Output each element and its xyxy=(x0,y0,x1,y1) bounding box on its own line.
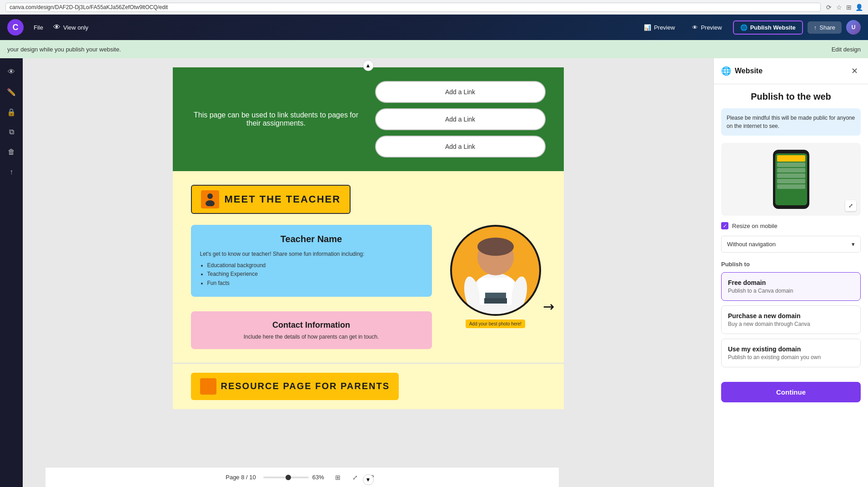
share-icon: ↑ xyxy=(814,24,817,31)
sidebar-icon-layers[interactable]: ⧉ xyxy=(3,124,20,140)
navigation-dropdown-row: Without navigation ▾ xyxy=(721,236,861,253)
sidebar-icon-eye[interactable]: 👁 xyxy=(3,64,20,80)
info-banner-text: your design while you publish your websi… xyxy=(7,46,121,53)
share-browser-icon[interactable]: ⟳ xyxy=(825,4,833,11)
panel-header: 🌐 Website ✕ xyxy=(714,58,868,84)
scroll-down-button[interactable]: ▼ xyxy=(363,474,374,485)
zoom-level: 63% xyxy=(312,474,324,481)
navigation-dropdown[interactable]: Without navigation ▾ xyxy=(721,236,861,253)
browser-url[interactable]: canva.com/design/DAF2D-Dj3Lo/FA55aKJa56Z… xyxy=(5,3,821,12)
meet-teacher-header: MEET THE TEACHER xyxy=(191,185,546,214)
phone-screen-item-2 xyxy=(777,162,805,167)
link-buttons: Add a Link Add a Link Add a Link xyxy=(375,81,546,157)
sidebar-icon-share[interactable]: ↑ xyxy=(3,164,20,180)
svg-rect-8 xyxy=(484,298,507,304)
purchase-domain-title: Purchase a new domain xyxy=(728,312,854,320)
phone-screen-item-3 xyxy=(777,168,805,172)
photo-label: Add your best photo here! xyxy=(466,320,525,328)
bullet-3: Fun facts xyxy=(207,279,423,288)
resource-title: RESOURCE PAGE FOR PARENTS xyxy=(221,381,390,391)
resize-label: Resize on mobile xyxy=(732,223,778,229)
link-button-2[interactable]: Add a Link xyxy=(375,108,546,130)
phone-preview xyxy=(773,150,809,209)
phone-screen-item-1 xyxy=(777,155,805,162)
resource-icon xyxy=(200,378,216,395)
purchase-domain-desc: Buy a new domain through Canva xyxy=(728,321,854,327)
user-avatar[interactable]: U xyxy=(846,20,861,35)
teacher-photo-container: Add your best photo here! ↗ xyxy=(446,225,546,328)
zoom-control: 63% xyxy=(263,474,324,481)
publish-to-label: Publish to xyxy=(721,261,861,268)
page-indicator: Page 8 / 10 xyxy=(226,474,256,481)
browser-bar: canva.com/design/DAF2D-Dj3Lo/FA55aKJa56Z… xyxy=(0,0,868,15)
zoom-handle[interactable] xyxy=(286,475,291,480)
meet-teacher-title: MEET THE TEACHER xyxy=(225,193,341,205)
bullet-2: Teaching Experience xyxy=(207,270,423,279)
free-domain-desc: Publish to a Canva domain xyxy=(728,288,854,294)
grid-view-icon[interactable]: ⊞ xyxy=(331,471,344,484)
free-domain-title: Free domain xyxy=(728,279,854,286)
panel-title-row: 🌐 Website xyxy=(721,66,763,76)
view-only-button[interactable]: 👁 View only xyxy=(53,23,88,31)
panel-title: Website xyxy=(735,67,763,75)
fullscreen-icon[interactable]: ⤢ xyxy=(349,471,361,484)
domain-option-free[interactable]: Free domain Publish to a Canva domain xyxy=(721,272,861,301)
domain-option-purchase[interactable]: Purchase a new domain Buy a new domain t… xyxy=(721,305,861,334)
bottom-bar: Page 8 / 10 63% ⊞ ⤢ ? xyxy=(45,467,559,487)
browser-icons: ⟳ ☆ ⊞ 👤 xyxy=(825,4,863,11)
canva-logo[interactable]: C xyxy=(7,19,24,36)
scroll-up-button[interactable]: ▲ xyxy=(363,60,374,71)
phone-screen xyxy=(775,153,807,205)
resize-checkbox[interactable]: ✓ xyxy=(721,222,728,229)
sidebar-icon-edit[interactable]: ✏️ xyxy=(3,84,20,100)
preview-button-2[interactable]: 👁 Preview xyxy=(686,21,728,34)
publish-website-button[interactable]: 🌐 Publish Website xyxy=(733,20,803,35)
view-only-label: View only xyxy=(63,24,88,31)
yellow-section: MEET THE TEACHER Teacher Name Let's get … xyxy=(173,171,564,363)
existing-domain-desc: Publish to an existing domain you own xyxy=(728,354,854,360)
chevron-down-icon: ▾ xyxy=(852,241,855,248)
preview-button[interactable]: 📊 Preview xyxy=(637,21,681,34)
close-panel-button[interactable]: ✕ xyxy=(848,65,861,77)
continue-button[interactable]: Continue xyxy=(721,382,861,402)
domain-option-existing[interactable]: Use my existing domain Publish to an exi… xyxy=(721,339,861,367)
resize-checkbox-row: ✓ Resize on mobile xyxy=(721,222,861,229)
teacher-desc: Let's get to know our teacher! Share som… xyxy=(200,250,423,288)
svg-point-4 xyxy=(477,238,514,256)
share-button[interactable]: ↑ Share xyxy=(808,21,842,34)
zoom-bar[interactable] xyxy=(263,477,309,478)
resource-section: RESOURCE PAGE FOR PARENTS xyxy=(173,363,564,409)
analytics-icon: 📊 xyxy=(644,24,651,31)
teacher-content: Teacher Name Let's get to know our teach… xyxy=(191,225,546,349)
contact-desc: Include here the details of how parents … xyxy=(200,334,423,340)
profile-icon[interactable]: 👤 xyxy=(855,4,863,11)
sidebar-icon-lock[interactable]: 🔒 xyxy=(3,104,20,120)
domain-options: Free domain Publish to a Canva domain Pu… xyxy=(721,272,861,367)
link-button-1[interactable]: Add a Link xyxy=(375,81,546,103)
svg-point-1 xyxy=(206,200,215,206)
contact-title: Contact Information xyxy=(200,320,423,330)
phone-screen-item-5 xyxy=(777,179,805,183)
file-button[interactable]: File xyxy=(27,21,50,34)
toolbar-right: 📊 Preview 👁 Preview 🌐 Publish Website ↑ … xyxy=(637,20,861,35)
link-button-3[interactable]: Add a Link xyxy=(375,136,546,157)
canvas-scroll[interactable]: ▲ This page can be used to link students… xyxy=(23,58,713,487)
panel-body: Publish to the web Please be mindful thi… xyxy=(714,84,868,487)
teacher-name: Teacher Name xyxy=(200,234,423,244)
main-toolbar: C File 👁 View only 📊 Preview 👁 Preview 🌐… xyxy=(0,15,868,40)
website-icon: 🌐 xyxy=(721,66,731,76)
main-layout: 👁 ✏️ 🔒 ⧉ 🗑 ↑ ▲ This page can be used to … xyxy=(0,58,868,487)
bullet-1: Educational background xyxy=(207,261,423,270)
phone-screen-item-4 xyxy=(777,173,805,178)
expand-preview-button[interactable]: ⤢ xyxy=(845,200,856,211)
canvas-area: ▲ This page can be used to link students… xyxy=(23,58,713,487)
canvas-page: This page can be used to link students t… xyxy=(173,67,564,409)
sidebar-icon-trash[interactable]: 🗑 xyxy=(3,144,20,160)
contact-box: Contact Information Include here the det… xyxy=(191,311,432,349)
edit-design-button[interactable]: Edit design xyxy=(832,46,861,53)
teacher-icon xyxy=(201,190,219,208)
star-icon[interactable]: ☆ xyxy=(835,4,843,11)
left-sidebar: 👁 ✏️ 🔒 ⧉ 🗑 ↑ xyxy=(0,58,23,487)
ext-icon[interactable]: ⊞ xyxy=(845,4,853,11)
eye-icon: 👁 xyxy=(692,24,698,31)
